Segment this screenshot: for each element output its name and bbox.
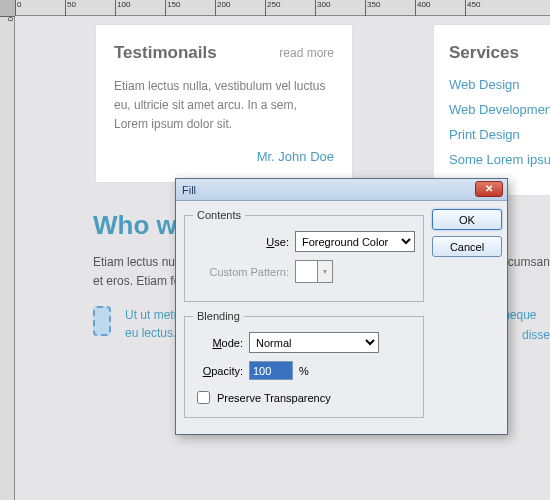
contents-fieldset: Contents Use: Foreground Color Custom Pa… (184, 209, 424, 302)
services-card: Services Web Design Web Development Prin… (433, 24, 550, 196)
testimonial-body: Etiam lectus nulla, vestibulum vel luctu… (114, 77, 334, 135)
ruler-tick: 250 (265, 0, 280, 16)
ruler-tick: 200 (215, 0, 230, 16)
ruler-vertical: 0 (0, 16, 15, 500)
ruler-tick: 350 (365, 0, 380, 16)
testimonial-author: Mr. John Doe (114, 149, 334, 164)
opacity-label: Opacity: (193, 365, 249, 377)
service-link-lorem[interactable]: Some Lorem ipsu (449, 152, 550, 167)
ruler-horizontal: 0 50 100 150 200 250 300 350 400 450 (15, 0, 550, 16)
use-label: Use: (193, 236, 295, 248)
use-select[interactable]: Foreground Color (295, 231, 415, 252)
testimonials-card: read more Testimonails Etiam lectus null… (95, 24, 353, 183)
mode-select[interactable]: Normal (249, 332, 379, 353)
service-link-print-design[interactable]: Print Design (449, 127, 550, 142)
ruler-tick: 150 (165, 0, 180, 16)
preserve-transparency-checkbox[interactable] (197, 391, 210, 404)
preserve-transparency-label: Preserve Transparency (217, 392, 331, 404)
custom-pattern-label: Custom Pattern: (193, 266, 295, 278)
opacity-input[interactable] (249, 361, 293, 380)
cancel-button[interactable]: Cancel (432, 236, 502, 257)
ruler-tick: 0 (0, 16, 15, 21)
close-button[interactable]: ✕ (475, 181, 503, 197)
services-title: Services (449, 43, 550, 63)
read-more-link[interactable]: read more (279, 46, 334, 60)
fill-dialog: Fill ✕ Contents Use: Foreground Color Cu… (175, 178, 508, 435)
pattern-swatch-icon (296, 261, 318, 282)
ruler-tick: 100 (115, 0, 130, 16)
contents-legend: Contents (193, 209, 245, 221)
preserve-transparency-row: Preserve Transparency (193, 388, 415, 407)
mode-label: Mode: (193, 337, 249, 349)
text-fragment: disse (522, 328, 550, 342)
opacity-suffix: % (293, 365, 309, 377)
ruler-tick: 450 (465, 0, 480, 16)
ok-button[interactable]: OK (432, 209, 502, 230)
ruler-tick: 0 (15, 0, 21, 16)
ruler-tick: 300 (315, 0, 330, 16)
ruler-tick: 50 (65, 0, 76, 16)
service-link-web-design[interactable]: Web Design (449, 77, 550, 92)
dialog-titlebar[interactable]: Fill ✕ (176, 179, 507, 201)
custom-pattern-swatch[interactable]: ▾ (295, 260, 333, 283)
blending-fieldset: Blending Mode: Normal Opacity: % Preserv… (184, 310, 424, 418)
blending-legend: Blending (193, 310, 244, 322)
bullet-icon[interactable] (93, 306, 111, 336)
dialog-title: Fill (182, 184, 196, 196)
close-icon: ✕ (485, 183, 493, 194)
chevron-down-icon: ▾ (318, 267, 332, 276)
service-link-web-development[interactable]: Web Development (449, 102, 550, 117)
ruler-tick: 400 (415, 0, 430, 16)
